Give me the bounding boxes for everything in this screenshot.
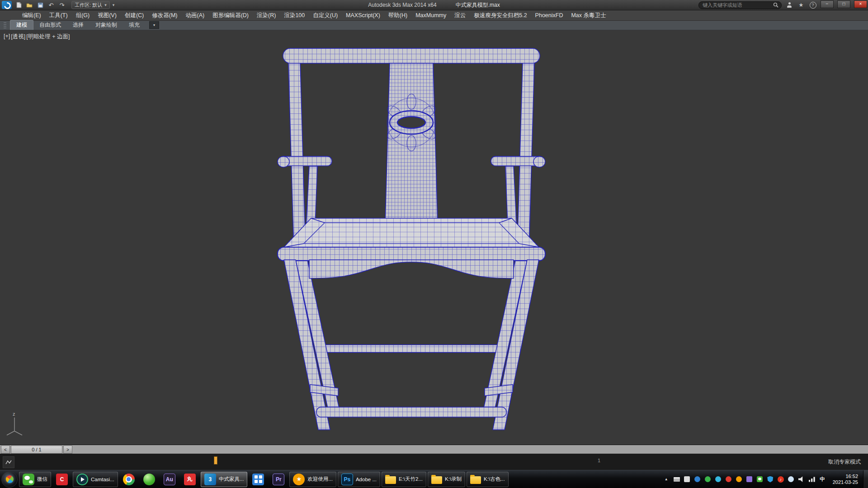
taskbar-folder2-button[interactable]: K:\录制	[428, 472, 465, 487]
taskbar-folder3-button[interactable]: K:\古色...	[467, 472, 509, 487]
quick-access-overflow-icon[interactable]: ▾	[113, 3, 115, 7]
green-app-icon[interactable]	[704, 476, 712, 483]
chrome-icon	[123, 474, 135, 485]
previous-frame-button[interactable]: <	[1, 446, 10, 454]
menu-antivirus[interactable]: Max 杀毒卫士	[567, 10, 610, 21]
tab-selection[interactable]: 选择	[67, 20, 90, 30]
taskbar-green-browser-button[interactable]	[140, 472, 159, 487]
taskbar-3dsmax-button[interactable]: 3 中式家具...	[201, 472, 248, 487]
mini-curve-editor-button[interactable]	[3, 456, 14, 468]
show-hidden-icons-button[interactable]: ▲	[663, 476, 670, 483]
taskbar-photoshop-button[interactable]: Ps Adobe ...	[338, 472, 380, 487]
next-frame-button[interactable]: >	[63, 446, 72, 454]
menu-phoenixfd[interactable]: PhoenixFD	[531, 10, 567, 21]
menu-customize[interactable]: 自定义(U)	[309, 10, 342, 21]
current-frame-marker[interactable]	[214, 456, 217, 465]
menu-help[interactable]: 帮助(H)	[384, 10, 411, 21]
clock-date: 2021-03-25	[833, 479, 858, 485]
tab-freeform[interactable]: 自由形式	[33, 20, 67, 30]
taskbar-wan-app-button[interactable]: 丸	[180, 472, 199, 487]
viewport-pov-menu[interactable]: [透视]	[11, 33, 25, 41]
menu-animation[interactable]: 动画(A)	[181, 10, 208, 21]
viewport-shading-menu[interactable]: [明暗处理 + 边面]	[26, 33, 70, 41]
premiere-icon: Pr	[273, 474, 284, 485]
menu-slim-archive[interactable]: 极速瘦身安全归档5.2	[470, 10, 531, 21]
help-icon[interactable]: ?	[809, 1, 817, 9]
welcome-dialog-icon: ★	[293, 474, 305, 485]
start-button[interactable]	[1, 471, 18, 488]
taskbar-clock[interactable]: 16:52 2021-03-25	[831, 474, 862, 485]
show-desktop-button[interactable]	[863, 470, 868, 488]
3dsmax-window: ↶ ↷ 工作区: 默认 ▾ ▾ Autodesk 3ds Max 2014 x6…	[0, 0, 868, 488]
orange-app-icon[interactable]	[736, 476, 743, 483]
menu-render100[interactable]: 渲染100	[280, 10, 309, 21]
tab-populate[interactable]: 填充	[123, 20, 146, 30]
search-box[interactable]	[698, 1, 782, 9]
taskbar-red-c-app-button[interactable]: C	[52, 472, 71, 487]
3dsmax-logo-icon[interactable]	[2, 1, 12, 9]
favorites-star-icon[interactable]: ★	[797, 1, 805, 9]
taskbar-audition-button[interactable]: Au	[160, 472, 179, 487]
time-slider[interactable]: < 0 / 1 >	[0, 445, 868, 454]
menu-views[interactable]: 视图(V)	[94, 10, 121, 21]
security-shield-icon[interactable]	[767, 476, 774, 483]
taskbar-camtasia-button[interactable]: Camtasi...	[73, 472, 118, 487]
search-icon[interactable]	[773, 2, 778, 8]
taskbar-grid-app-button[interactable]	[249, 472, 268, 487]
workspace-dropdown[interactable]: 工作区: 默认 ▾	[71, 1, 110, 9]
taskbar-wechat-button[interactable]: 微信	[19, 472, 51, 487]
menu-modifiers[interactable]: 修改器(M)	[148, 10, 181, 21]
redo-icon[interactable]: ↷	[58, 1, 66, 9]
world-axis-gizmo: z	[5, 411, 25, 437]
tab-object-paint[interactable]: 对象绘制	[90, 20, 123, 30]
save-file-icon[interactable]	[36, 1, 44, 9]
menu-rendercloud[interactable]: 渲云	[450, 10, 470, 21]
volume-icon[interactable]	[798, 476, 805, 483]
notes-app-icon[interactable]	[684, 476, 691, 483]
wechat-tray-icon[interactable]	[756, 476, 764, 483]
network-icon[interactable]	[808, 476, 816, 483]
sign-in-icon[interactable]	[785, 1, 793, 9]
menu-create[interactable]: 创建(C)	[121, 10, 148, 21]
menu-graph-editors[interactable]: 图形编辑器(D)	[208, 10, 253, 21]
time-slider-handle[interactable]: 0 / 1	[11, 446, 62, 454]
menu-edit[interactable]: 编辑(E)	[18, 10, 45, 21]
taskbar-welcome-dialog-button[interactable]: ★ 欢迎使用...	[289, 472, 336, 487]
viewport-general-menu[interactable]: [+]	[4, 33, 10, 41]
new-scene-icon[interactable]	[14, 1, 23, 9]
search-input[interactable]	[702, 2, 771, 8]
cancel-expert-mode-button[interactable]: 取消专家模式	[826, 457, 863, 467]
perspective-viewport[interactable]: [+] [透视] [明暗处理 + 边面]	[0, 30, 868, 445]
undo-icon[interactable]: ↶	[47, 1, 55, 9]
music-app-icon[interactable]: ♪	[777, 476, 784, 483]
red-app-icon[interactable]	[725, 476, 732, 483]
taskbar-folder1-button[interactable]: E:\天竹2...	[382, 472, 426, 487]
menu-rendering[interactable]: 渲染(R)	[253, 10, 280, 21]
menu-tools[interactable]: 工具(T)	[45, 10, 72, 21]
input-method-icon[interactable]: 中	[819, 476, 826, 483]
chair-model-wireframe[interactable]	[271, 43, 552, 437]
taskbar-chrome-button[interactable]	[119, 472, 138, 487]
skyblue-app-icon[interactable]	[715, 476, 722, 483]
maximize-button[interactable]: □	[837, 0, 850, 8]
purple-app-icon[interactable]	[746, 476, 753, 483]
taskbar-premiere-button[interactable]: Pr	[269, 472, 288, 487]
title-bar: ↶ ↷ 工作区: 默认 ▾ ▾ Autodesk 3ds Max 2014 x6…	[0, 0, 868, 10]
green-browser-icon	[143, 474, 155, 485]
menu-maxmummy[interactable]: MaxMummy	[411, 10, 450, 21]
menu-maxscript[interactable]: MAXScript(X)	[342, 10, 384, 21]
tab-modeling[interactable]: 建模	[10, 20, 33, 30]
close-button[interactable]: ×	[854, 0, 867, 8]
wechat-icon	[23, 474, 34, 485]
windows-taskbar: 微信 C Camtasi... Au 丸 3 中式家具... Pr ★ 欢迎使用…	[0, 470, 868, 488]
open-file-icon[interactable]	[25, 1, 33, 9]
taskbar-camtasia-label: Camtasi...	[91, 477, 114, 482]
printer-icon[interactable]	[673, 476, 680, 483]
cloud-app-icon[interactable]	[788, 476, 795, 483]
ribbon-grip[interactable]	[4, 22, 6, 28]
minimize-button[interactable]: −	[821, 0, 834, 8]
menu-group[interactable]: 组(G)	[72, 10, 94, 21]
ribbon-minimize-icon[interactable]: ▾	[149, 21, 159, 29]
track-bar[interactable]: 1 取消专家模式	[0, 454, 868, 470]
blue-app-icon[interactable]	[694, 476, 701, 483]
